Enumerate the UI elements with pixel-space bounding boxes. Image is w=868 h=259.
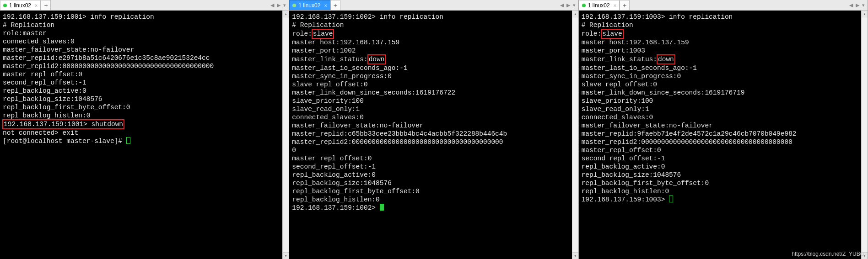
- tab-linux02[interactable]: 1 linux02 ×: [289, 0, 330, 10]
- tab-prev-icon[interactable]: ◀: [849, 2, 853, 8]
- terminal-pane-3: 1 linux02 × + ◀ ▶ ▾ 192.168.137.159:1003…: [579, 0, 868, 259]
- cursor-icon: [669, 196, 673, 202]
- prompt: 192.168.137.159:1003>: [582, 13, 669, 21]
- scrollbar[interactable]: ▴ ▾: [572, 11, 578, 259]
- highlight-link-status: down: [657, 54, 675, 64]
- shell-prompt: [root@localhost master-slave]#: [3, 137, 126, 145]
- tab-linux02[interactable]: 1 linux02 ×: [0, 0, 41, 10]
- output-block-b: master_host:192.168.137.159master_port:1…: [582, 38, 865, 55]
- scroll-up-icon[interactable]: ▴: [862, 11, 868, 17]
- tab-bar: 1 linux02 × + ◀ ▶ ▾: [0, 0, 289, 11]
- scroll-track[interactable]: [572, 17, 578, 252]
- scroll-down-icon[interactable]: ▾: [572, 252, 578, 259]
- link-status-label: master_link_status:: [582, 56, 657, 63]
- tab-prev-icon[interactable]: ◀: [560, 2, 564, 8]
- prompt: 192.168.137.159:1002>: [292, 13, 379, 21]
- tab-menu-icon[interactable]: ▾: [573, 2, 576, 8]
- tab-label: 1 linux02: [9, 2, 31, 9]
- scroll-up-icon[interactable]: ▴: [572, 11, 578, 17]
- role-label: role:: [292, 30, 312, 37]
- connection-dot-icon: [582, 4, 586, 7]
- tab-bar: 1 linux02 × + ◀ ▶ ▾: [289, 0, 578, 11]
- tab-menu-icon[interactable]: ▾: [862, 2, 865, 8]
- output-block-c: master_last_io_seconds_ago:-1master_sync…: [292, 64, 575, 204]
- scroll-track[interactable]: [862, 17, 868, 252]
- shell-prompt: 192.168.137.159:1002>: [292, 204, 379, 211]
- shell-prompt: 192.168.137.159:1003>: [582, 196, 669, 203]
- tab-menu-icon[interactable]: ▾: [283, 2, 286, 8]
- tab-bar: 1 linux02 × + ◀ ▶ ▾: [579, 0, 868, 11]
- tab-nav: ◀ ▶ ▾: [268, 0, 289, 10]
- output-block-b: master_host:192.168.137.159master_port:1…: [292, 38, 575, 55]
- tab-label: 1 linux02: [298, 2, 320, 9]
- connection-dot-icon: [3, 4, 7, 7]
- tab-nav: ◀ ▶ ▾: [846, 0, 868, 10]
- connection-dot-icon: [292, 4, 296, 7]
- terminal-pane-2: 1 linux02 × + ◀ ▶ ▾ 192.168.137.159:1002…: [289, 0, 578, 259]
- output-block-c: master_last_io_seconds_ago:-1master_sync…: [582, 64, 865, 196]
- add-tab-button[interactable]: +: [41, 0, 51, 10]
- close-icon[interactable]: ×: [612, 3, 616, 8]
- terminal-output[interactable]: 192.168.137.159:1002> info replication# …: [289, 11, 578, 259]
- command-text: info replication: [90, 13, 154, 21]
- add-tab-button[interactable]: +: [330, 0, 340, 10]
- highlight-shutdown: 192.168.137.159:1001> shutdown: [2, 119, 124, 129]
- highlight-role: slave: [601, 29, 624, 39]
- role-label: role:: [582, 30, 602, 37]
- tab-next-icon[interactable]: ▶: [277, 2, 280, 8]
- tab-next-icon[interactable]: ▶: [856, 2, 859, 8]
- tab-prev-icon[interactable]: ◀: [270, 2, 274, 8]
- add-tab-button[interactable]: +: [620, 0, 630, 10]
- scrollbar[interactable]: ▴ ▾: [861, 11, 868, 259]
- highlight-link-status: down: [367, 54, 386, 64]
- tab-linux02[interactable]: 1 linux02 ×: [579, 0, 620, 10]
- cursor-icon: [380, 204, 384, 211]
- scroll-track[interactable]: [283, 17, 289, 252]
- tab-next-icon[interactable]: ▶: [566, 2, 570, 8]
- tab-label: 1 linux02: [588, 2, 610, 9]
- highlight-role: slave: [312, 29, 334, 39]
- output-block-b: not connected> exit: [3, 129, 286, 137]
- terminal-pane-1: 1 linux02 × + ◀ ▶ ▾ 192.168.137.159:1001…: [0, 0, 289, 259]
- prompt: 192.168.137.159:1001>: [3, 13, 90, 21]
- close-icon[interactable]: ×: [323, 3, 327, 8]
- scrollbar[interactable]: ▴ ▾: [282, 11, 289, 259]
- link-status-label: master_link_status:: [292, 56, 367, 63]
- cursor-icon: [126, 137, 130, 144]
- command-text: info replication: [669, 13, 733, 21]
- close-icon[interactable]: ×: [33, 3, 38, 8]
- output-block-a: # Replication: [292, 21, 575, 29]
- scroll-up-icon[interactable]: ▴: [283, 11, 289, 17]
- terminal-output[interactable]: 192.168.137.159:1003> info replication# …: [579, 11, 868, 259]
- output-block-a: # Replication: [582, 21, 865, 29]
- command-text: info replication: [380, 13, 443, 21]
- scroll-down-icon[interactable]: ▾: [283, 252, 289, 259]
- output-block-a: # Replicationrole:masterconnected_slaves…: [3, 21, 286, 120]
- scroll-down-icon[interactable]: ▾: [862, 252, 868, 259]
- terminal-output[interactable]: 192.168.137.159:1001> info replication# …: [0, 11, 289, 259]
- tab-nav: ◀ ▶ ▾: [557, 0, 578, 10]
